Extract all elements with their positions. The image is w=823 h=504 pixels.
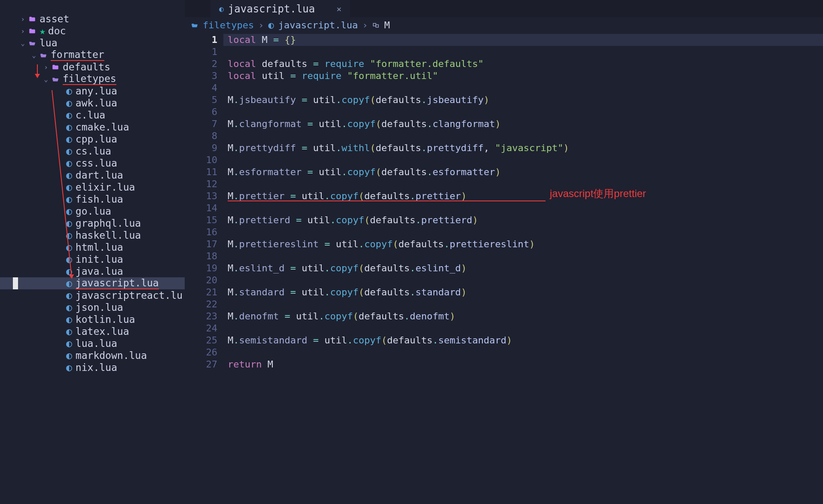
tab-javascript-lua[interactable]: ◐ javascript.lua × xyxy=(210,0,350,17)
line-number: 11 xyxy=(185,166,217,178)
lua-icon: ◐ xyxy=(219,4,224,13)
tree-item-file[interactable]: ◐css.lua xyxy=(0,157,185,169)
code-line[interactable] xyxy=(223,298,823,310)
tree-item-file[interactable]: ◐cpp.lua xyxy=(0,133,185,145)
tree-item-lua[interactable]: ⌄ lua xyxy=(0,37,185,49)
lua-icon: ◐ xyxy=(66,350,72,361)
tree-item-file[interactable]: ◐c.lua xyxy=(0,109,185,121)
code-line[interactable] xyxy=(223,346,823,358)
tree-label: fish.lua xyxy=(76,194,123,205)
code-line[interactable]: local util = require "formatter.util" xyxy=(223,70,823,82)
tree-item-file[interactable]: ◐json.lua xyxy=(0,301,185,313)
line-number: 5 xyxy=(185,94,217,106)
tree-item-file[interactable]: ◐go.lua xyxy=(0,205,185,217)
code-line[interactable] xyxy=(223,202,823,214)
line-number: 10 xyxy=(185,154,217,166)
tree-item-file[interactable]: ◐markdown.lua xyxy=(0,349,185,361)
tree-item-file[interactable]: ◐fish.lua xyxy=(0,193,185,205)
tree-item-file[interactable]: ◐any.lua xyxy=(0,85,185,97)
folder-icon xyxy=(28,13,36,24)
tree-label: javascript.lua xyxy=(76,277,159,289)
editor-pane: ◐ javascript.lua × filetypes › ◐ javascr… xyxy=(185,0,823,504)
tree-item-file[interactable]: ◐java.lua xyxy=(0,265,185,277)
tree-item-file[interactable]: ◐nix.lua xyxy=(0,361,185,373)
tree-item-filetypes[interactable]: ⌄ filetypes xyxy=(0,73,185,85)
tree-item-file[interactable]: ◐html.lua xyxy=(0,241,185,253)
tree-item-defaults[interactable]: › defaults xyxy=(0,61,185,73)
code-line[interactable]: local M = {} xyxy=(223,34,823,46)
code-line[interactable]: M.eslint_d = util.copyf(defaults.eslint_… xyxy=(223,262,823,274)
code-line[interactable]: M.denofmt = util.copyf(defaults.denofmt) xyxy=(223,310,823,322)
code-line[interactable]: M.prettiereslint = util.copyf(defaults.p… xyxy=(223,238,823,250)
tree-item-file[interactable]: ◐haskell.lua xyxy=(0,229,185,241)
tree-item-file[interactable]: ◐graphql.lua xyxy=(0,217,185,229)
tree-label: defaults xyxy=(63,61,110,73)
tree-item-file[interactable]: ◐dart.lua xyxy=(0,169,185,181)
code-line[interactable] xyxy=(223,130,823,142)
code-line[interactable] xyxy=(223,226,823,238)
code-line[interactable]: M.prettierd = util.copyf(defaults.pretti… xyxy=(223,214,823,226)
annotation-underline-icon xyxy=(228,200,546,201)
tree-item-file[interactable]: ◐javascript.lua xyxy=(0,277,185,289)
line-number: 20 xyxy=(185,274,217,286)
tree-label: java.lua xyxy=(76,266,123,277)
tree-item-file[interactable]: ◐latex.lua xyxy=(0,325,185,337)
tree-item-file[interactable]: ◐cmake.lua xyxy=(0,121,185,133)
code-line[interactable] xyxy=(223,82,823,94)
breadcrumb-symbol[interactable]: M xyxy=(384,20,390,30)
line-number: 27 xyxy=(185,358,217,370)
line-number: 14 xyxy=(185,202,217,214)
code-content[interactable]: local M = {} local defaults = require "f… xyxy=(223,33,823,504)
svg-rect-1 xyxy=(376,25,378,27)
code-line[interactable] xyxy=(223,46,823,58)
tree-label: asset xyxy=(40,13,69,24)
tree-item-file[interactable]: ◐init.lua xyxy=(0,253,185,265)
tree-item-asset[interactable]: › asset xyxy=(0,13,185,25)
folder-icon xyxy=(52,61,59,73)
tree-item-file[interactable]: ◐elixir.lua xyxy=(0,181,185,193)
close-icon[interactable]: × xyxy=(336,4,341,14)
code-line[interactable]: M.semistandard = util.copyf(defaults.sem… xyxy=(223,334,823,346)
code-area[interactable]: 1 1 2 3 4 5 6 7 8 9 10 11 12 13 14 15 16… xyxy=(185,33,823,504)
lua-icon: ◐ xyxy=(66,338,72,349)
annotation-text: javascript使用prettier xyxy=(550,188,646,200)
breadcrumb-file[interactable]: javascript.lua xyxy=(278,20,358,30)
tree-item-file[interactable]: ◐cs.lua xyxy=(0,145,185,157)
code-line[interactable]: M.esformatter = util.copyf(defaults.esfo… xyxy=(223,166,823,178)
tree-label: init.lua xyxy=(76,254,123,265)
tree-item-file[interactable]: ◐awk.lua xyxy=(0,97,185,109)
code-line[interactable] xyxy=(223,178,823,190)
tree-item-file[interactable]: ◐kotlin.lua xyxy=(0,313,185,325)
code-line[interactable] xyxy=(223,274,823,286)
code-line[interactable]: return M xyxy=(223,358,823,370)
line-number: 2 xyxy=(185,58,217,70)
tree-item-doc[interactable]: › ★ doc xyxy=(0,25,185,37)
tree-label: formatter xyxy=(51,49,104,61)
chevron-down-icon: ⌄ xyxy=(19,39,27,47)
line-number: 3 xyxy=(185,70,217,82)
lua-icon: ◐ xyxy=(66,290,72,301)
breadcrumb[interactable]: filetypes › ◐ javascript.lua › M xyxy=(185,17,823,33)
tree-item-formatter[interactable]: ⌄ formatter xyxy=(0,49,185,61)
tree-label: lua xyxy=(40,37,58,49)
file-explorer[interactable]: › asset › ★ doc ⌄ lua ⌄ xyxy=(0,0,185,504)
tree-item-file[interactable]: ◐javascriptreact.lu xyxy=(0,289,185,301)
tree-item-file[interactable]: ◐lua.lua xyxy=(0,337,185,349)
code-line[interactable]: M.clangformat = util.copyf(defaults.clan… xyxy=(223,118,823,130)
line-number: 4 xyxy=(185,82,217,94)
code-line[interactable] xyxy=(223,106,823,118)
code-line[interactable]: M.prettydiff = util.withl(defaults.prett… xyxy=(223,142,823,154)
chevron-down-icon: ⌄ xyxy=(30,51,38,59)
lua-icon: ◐ xyxy=(66,206,72,217)
lua-icon: ◐ xyxy=(66,146,72,157)
code-line[interactable]: M.jsbeautify = util.copyf(defaults.jsbea… xyxy=(223,94,823,106)
lua-icon: ◐ xyxy=(66,302,72,313)
code-line[interactable]: local defaults = require "formatter.defa… xyxy=(223,58,823,70)
code-line[interactable] xyxy=(223,250,823,262)
lua-icon: ◐ xyxy=(66,170,72,181)
code-line[interactable]: M.standard = util.copyf(defaults.standar… xyxy=(223,286,823,298)
breadcrumb-folder[interactable]: filetypes xyxy=(203,20,254,30)
line-number: 1 xyxy=(185,34,217,46)
code-line[interactable] xyxy=(223,322,823,334)
code-line[interactable] xyxy=(223,154,823,166)
